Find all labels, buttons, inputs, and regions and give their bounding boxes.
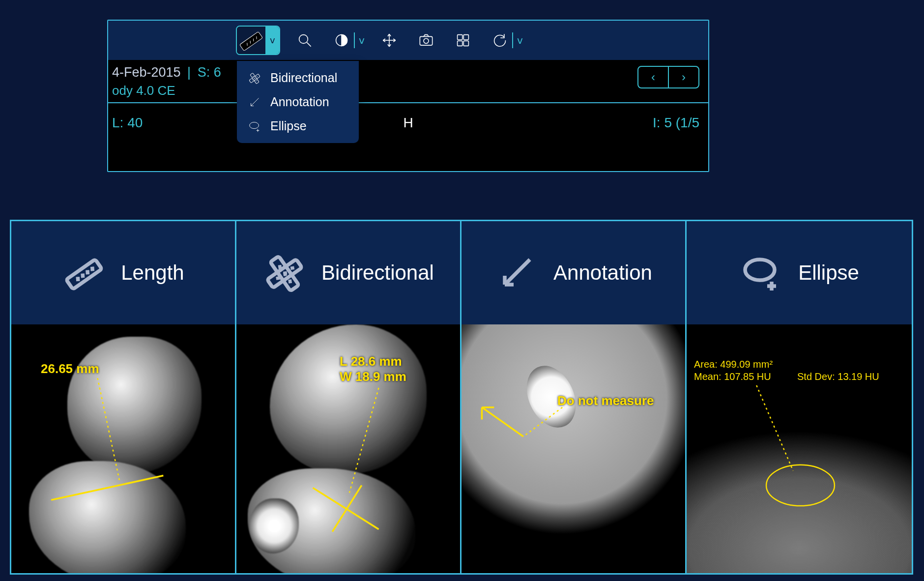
windowing-dropdown-toggle[interactable]: ⅴ: [354, 32, 365, 48]
bidirectional-icon: [262, 251, 307, 295]
viewer-toolbar: ⅴ ⅴ ⅴ: [108, 21, 708, 60]
contrast-icon: [332, 31, 351, 50]
svg-line-33: [523, 407, 562, 437]
cell-title: Bidirectional: [321, 261, 434, 285]
dropdown-item-annotation[interactable]: Annotation: [237, 90, 359, 114]
capture-button[interactable]: [414, 28, 438, 53]
cell-length: Length 26.65 mm: [11, 221, 236, 573]
dropdown-label: Bidirectional: [270, 71, 337, 85]
cell-scan: Do not measure: [462, 324, 685, 573]
chevron-down-icon: ⅴ: [517, 34, 523, 46]
annotation-icon: [494, 251, 539, 295]
dropdown-item-ellipse[interactable]: Ellipse: [237, 114, 359, 138]
zoom-button[interactable]: [292, 28, 317, 53]
pager-next-button[interactable]: ›: [669, 67, 698, 87]
chevron-down-icon: ⅴ: [270, 35, 275, 46]
ruler-tool-button[interactable]: [237, 27, 265, 54]
svg-line-28: [97, 378, 119, 480]
cell-title: Ellipse: [798, 261, 859, 285]
cell-ellipse: Ellipse Area: 499.09 mm² Mean: 107.85 HU…: [687, 221, 912, 573]
tool-examples-grid: Length 26.65 mm Bidirectional: [10, 220, 913, 575]
chevron-down-icon: ⅴ: [359, 34, 365, 46]
dropdown-label: Annotation: [270, 95, 329, 109]
cell-scan: Area: 499.09 mm² Mean: 107.85 HU Std Dev…: [687, 324, 912, 573]
measure-dropdown: Bidirectional Annotation Ellipse: [237, 61, 359, 143]
ellipse-overlay: [687, 324, 912, 573]
annotation-icon: [248, 95, 261, 109]
study-info-row-1: 4-Feb-2015 | S: 6 ody 4.0 CE ‹ ›: [108, 61, 708, 103]
image-index: 5 (1/5: [664, 115, 699, 130]
svg-line-34: [482, 407, 523, 437]
reset-button[interactable]: [488, 28, 512, 53]
cell-scan: L 28.6 mm W 18.9 mm: [236, 324, 460, 573]
cell-scan: 26.65 mm: [11, 324, 235, 573]
annotation-overlay: [462, 324, 685, 573]
cell-annotation: Annotation Do not measure: [462, 221, 687, 573]
svg-line-29: [51, 476, 163, 500]
svg-line-31: [313, 488, 379, 529]
cell-header: Bidirectional: [236, 221, 460, 324]
pager-prev-button[interactable]: ‹: [638, 67, 668, 87]
window-level: 40: [127, 115, 143, 130]
cell-header: Length: [11, 221, 235, 324]
search-icon: [295, 31, 314, 50]
svg-point-36: [766, 465, 835, 506]
windowing-button[interactable]: [329, 28, 354, 53]
cell-header: Ellipse: [687, 221, 912, 324]
reset-dropdown-toggle[interactable]: ⅴ: [512, 32, 523, 48]
viewer-panel: ⅴ ⅴ ⅴ Bidirectional Annotation Ellipse: [107, 20, 709, 172]
cell-title: Annotation: [553, 261, 652, 285]
study-date: 4-Feb-2015: [112, 65, 181, 80]
ellipse-icon: [739, 251, 783, 295]
ruler-icon: [237, 26, 265, 55]
camera-icon: [417, 31, 435, 50]
orientation-marker: H: [403, 115, 413, 131]
layout-icon: [454, 31, 472, 50]
series-description: ody 4.0 CE: [112, 83, 221, 98]
ruler-icon: [62, 251, 106, 295]
cell-bidirectional: Bidirectional L 28.6 mm W 18.9 mm: [236, 221, 462, 573]
measure-dropdown-toggle[interactable]: ⅴ: [265, 27, 279, 54]
ellipse-icon: [248, 119, 261, 133]
length-overlay: [11, 324, 235, 573]
svg-line-32: [332, 485, 362, 531]
dropdown-item-bidirectional[interactable]: Bidirectional: [237, 66, 359, 90]
svg-line-30: [349, 388, 379, 493]
bidirectional-icon: [248, 71, 261, 85]
bidirectional-overlay: [236, 324, 460, 573]
reset-icon: [491, 31, 509, 50]
study-info-row-2: L: 40 H I: 5 (1/5: [108, 104, 708, 134]
svg-line-35: [756, 385, 793, 471]
series-pager: ‹ ›: [637, 66, 699, 88]
dropdown-label: Ellipse: [270, 119, 307, 133]
pan-icon: [380, 31, 399, 50]
series-number: 6: [214, 65, 221, 80]
cell-title: Length: [121, 261, 184, 285]
cell-header: Annotation: [462, 221, 685, 324]
pan-button[interactable]: [377, 28, 402, 53]
layout-button[interactable]: [451, 28, 475, 53]
measure-tool-active[interactable]: ⅴ: [236, 26, 280, 55]
